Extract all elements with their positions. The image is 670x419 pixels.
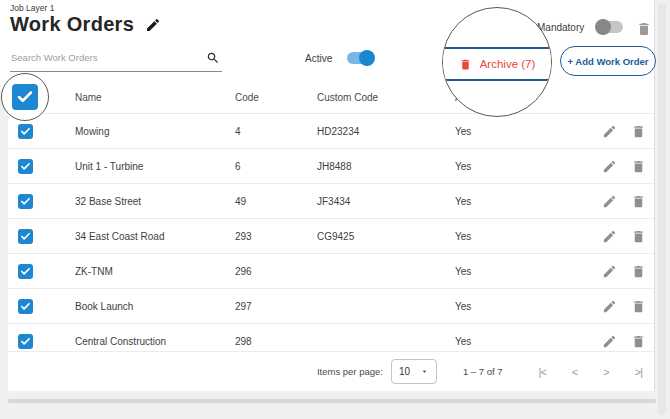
row-code: 49 (235, 196, 317, 207)
archive-trash-icon (459, 58, 472, 71)
header-name: Name (75, 92, 235, 103)
row-code: 297 (235, 301, 317, 312)
edit-icon[interactable] (602, 264, 617, 279)
next-page-icon[interactable]: > (603, 366, 608, 378)
row-code: 6 (235, 161, 317, 172)
work-orders-table: Name Code Custom Code Active Mowing 4 HD… (8, 82, 654, 358)
work-orders-panel: Job Layer 1 Work Orders Mandatory Active… (0, 0, 655, 390)
row-checkbox[interactable] (18, 264, 33, 279)
active-toggle-group: Active (305, 52, 373, 64)
row-custom-code: CG9425 (317, 231, 455, 242)
horizontal-scrollbar[interactable] (8, 399, 656, 403)
archive-button[interactable]: Archive (7) (442, 47, 552, 81)
row-active: Yes (455, 336, 560, 347)
toggle-knob (595, 19, 611, 35)
edit-icon[interactable] (602, 299, 617, 314)
delete-icon[interactable] (631, 229, 646, 244)
archive-callout-circle: Archive (7) (442, 7, 552, 117)
app-window: Job Layer 1 Work Orders Mandatory Active… (0, 0, 670, 419)
row-code: 4 (235, 126, 317, 137)
search-input[interactable] (10, 47, 199, 63)
row-checkbox[interactable] (18, 124, 33, 139)
edit-title-icon[interactable] (145, 17, 161, 33)
active-toggle[interactable] (347, 52, 373, 64)
page-title: Work Orders (10, 13, 134, 36)
row-active: Yes (455, 126, 560, 137)
delete-icon[interactable] (631, 334, 646, 349)
delete-icon[interactable] (631, 264, 646, 279)
table-row: 32 Base Street 49 JF3434 Yes (8, 183, 654, 218)
left-gutter (0, 90, 8, 390)
row-checkbox[interactable] (18, 334, 33, 349)
select-all-checkbox[interactable] (12, 84, 38, 110)
row-name: Central Construction (75, 336, 235, 347)
table-header-row: Name Code Custom Code Active (8, 82, 654, 113)
breadcrumb: Job Layer 1 (10, 3, 54, 13)
row-custom-code: JF3434 (317, 196, 455, 207)
delete-icon[interactable] (631, 299, 646, 314)
items-per-page-select[interactable]: 10 (391, 359, 437, 384)
row-active: Yes (455, 161, 560, 172)
edit-icon[interactable] (602, 229, 617, 244)
pager-controls: |< < > >| (539, 366, 654, 378)
items-per-page-label: Items per page: (317, 366, 383, 377)
row-custom-code: HD23234 (317, 126, 455, 137)
row-custom-code: JH8488 (317, 161, 455, 172)
delete-icon[interactable] (631, 124, 646, 139)
toolbar-delete-icon[interactable] (636, 21, 652, 37)
search-field (10, 47, 222, 72)
mandatory-toggle[interactable] (597, 21, 623, 33)
active-label: Active (305, 53, 332, 64)
vertical-scrollbar[interactable] (658, 3, 666, 415)
row-name: Book Launch (75, 301, 235, 312)
last-page-icon[interactable]: >| (635, 366, 642, 378)
delete-icon[interactable] (631, 159, 646, 174)
table-row: ZK-TNM 296 Yes (8, 253, 654, 288)
row-active: Yes (455, 301, 560, 312)
row-name: 34 East Coast Road (75, 231, 235, 242)
caret-down-icon (420, 367, 429, 376)
delete-icon[interactable] (631, 194, 646, 209)
row-name: ZK-TNM (75, 266, 235, 277)
select-all-callout-circle (1, 73, 49, 121)
edit-icon[interactable] (602, 334, 617, 349)
edit-icon[interactable] (602, 159, 617, 174)
edit-icon[interactable] (602, 124, 617, 139)
table-row: Central Construction 298 Yes (8, 323, 654, 358)
archive-label: Archive (7) (480, 58, 536, 70)
toggle-knob (359, 50, 375, 66)
table-row: Book Launch 297 Yes (8, 288, 654, 323)
row-code: 298 (235, 336, 317, 347)
header-code: Code (235, 92, 317, 103)
table-row: Mowing 4 HD23234 Yes (8, 113, 654, 148)
row-active: Yes (455, 231, 560, 242)
row-code: 296 (235, 266, 317, 277)
row-checkbox[interactable] (18, 159, 33, 174)
row-checkbox[interactable] (18, 194, 33, 209)
prev-page-icon[interactable]: < (572, 366, 577, 378)
row-name: 32 Base Street (75, 196, 235, 207)
edit-icon[interactable] (602, 194, 617, 209)
mandatory-toggle-group: Mandatory (537, 21, 623, 33)
row-name: Unit 1 - Turbine (75, 161, 235, 172)
row-active: Yes (455, 196, 560, 207)
page-title-row: Work Orders (10, 13, 161, 36)
search-icon[interactable] (206, 51, 220, 65)
row-code: 293 (235, 231, 317, 242)
table-row: 34 East Coast Road 293 CG9425 Yes (8, 218, 654, 253)
row-checkbox[interactable] (18, 229, 33, 244)
mandatory-label: Mandatory (537, 22, 584, 33)
add-work-order-button[interactable]: + Add Work Order (560, 46, 656, 76)
table-row: Unit 1 - Turbine 6 JH8488 Yes (8, 148, 654, 183)
row-name: Mowing (75, 126, 235, 137)
row-checkbox[interactable] (18, 299, 33, 314)
header-custom-code: Custom Code (317, 92, 455, 103)
page-range-label: 1 – 7 of 7 (463, 366, 503, 377)
row-active: Yes (455, 266, 560, 277)
first-page-icon[interactable]: |< (539, 366, 546, 378)
items-per-page-value: 10 (399, 366, 410, 377)
